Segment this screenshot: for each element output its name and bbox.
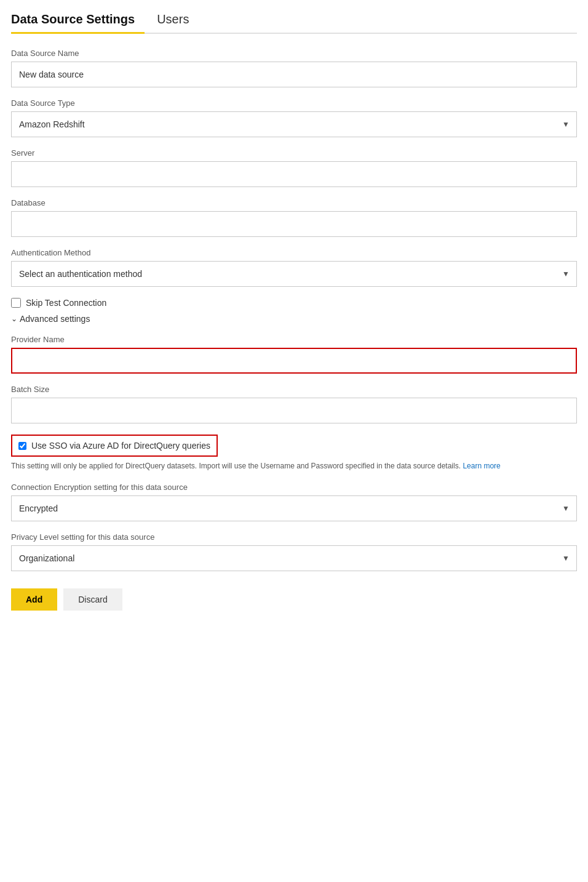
data-source-type-label: Data Source Type [11,98,577,108]
data-source-type-select[interactable]: Amazon Redshift SQL Server Oracle MySQL … [11,111,577,137]
provider-name-input[interactable] [11,348,577,374]
batch-size-input[interactable] [11,398,577,423]
tab-header: Data Source Settings Users [11,0,577,34]
auth-method-label: Authentication Method [11,248,577,257]
database-input[interactable] [11,211,577,237]
batch-size-label: Batch Size [11,385,577,394]
tab-users[interactable]: Users [157,9,199,33]
sso-section: Use SSO via Azure AD for DirectQuery que… [11,435,577,471]
discard-button[interactable]: Discard [63,588,122,611]
sso-checkbox[interactable] [18,442,26,450]
advanced-settings-toggle[interactable]: ⌄ Advanced settings [11,314,577,324]
encryption-select[interactable]: Encrypted Not Encrypted Not applicable [11,495,577,521]
skip-test-connection-checkbox[interactable] [11,298,21,308]
auth-method-select[interactable]: Select an authentication method Windows … [11,261,577,287]
button-row: Add Discard [11,588,577,611]
add-button[interactable]: Add [11,588,57,611]
privacy-select[interactable]: Organizational None Public Private [11,545,577,571]
sso-checkbox-row: Use SSO via Azure AD for DirectQuery que… [11,435,218,457]
encryption-group: Connection Encryption setting for this d… [11,483,577,521]
server-input[interactable] [11,161,577,187]
data-source-name-label: Data Source Name [11,49,577,58]
skip-test-connection-label[interactable]: Skip Test Connection [26,298,106,308]
provider-name-group: Provider Name [11,335,577,374]
batch-size-group: Batch Size [11,385,577,423]
privacy-wrapper: Organizational None Public Private ▼ [11,545,577,571]
data-source-type-wrapper: Amazon Redshift SQL Server Oracle MySQL … [11,111,577,137]
skip-test-connection-row: Skip Test Connection [11,298,577,308]
sso-note-text: This setting will only be applied for Di… [11,460,577,471]
auth-method-group: Authentication Method Select an authenti… [11,248,577,287]
database-group: Database [11,198,577,237]
sso-checkbox-label[interactable]: Use SSO via Azure AD for DirectQuery que… [31,441,210,451]
privacy-label: Privacy Level setting for this data sour… [11,532,577,542]
server-group: Server [11,148,577,187]
privacy-group: Privacy Level setting for this data sour… [11,532,577,571]
data-source-name-group: Data Source Name [11,49,577,87]
data-source-type-group: Data Source Type Amazon Redshift SQL Ser… [11,98,577,137]
sso-learn-more-link[interactable]: Learn more [463,462,500,470]
data-source-name-input[interactable] [11,62,577,87]
provider-name-label: Provider Name [11,335,577,344]
encryption-label: Connection Encryption setting for this d… [11,483,577,492]
server-label: Server [11,148,577,158]
database-label: Database [11,198,577,207]
tab-data-source-settings[interactable]: Data Source Settings [11,9,145,33]
auth-method-wrapper: Select an authentication method Windows … [11,261,577,287]
advanced-settings-label: Advanced settings [20,314,90,324]
advanced-settings-chevron-icon: ⌄ [11,315,17,323]
encryption-wrapper: Encrypted Not Encrypted Not applicable ▼ [11,495,577,521]
